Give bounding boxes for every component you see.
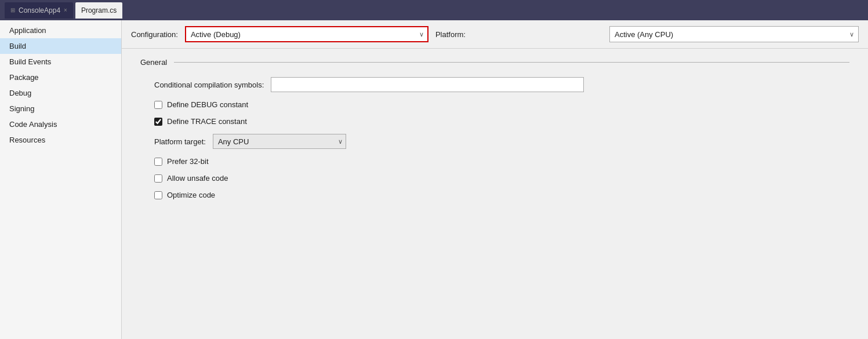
sidebar-item-signing[interactable]: Signing [0,101,121,116]
sidebar: Application Build Build Events Package D… [0,20,122,339]
configuration-select[interactable]: Active (Debug) Debug Release All Configu… [185,26,428,42]
allow-unsafe-row: Allow unsafe code [140,174,849,183]
conditional-symbols-row: Conditional compilation symbols: [140,77,849,92]
prefer-32bit-row: Prefer 32-bit [140,157,849,166]
sidebar-item-code-analysis[interactable]: Code Analysis [0,116,121,132]
tab-program-cs-label: Program.cs [81,6,117,14]
prefer-32bit-label[interactable]: Prefer 32-bit [167,157,209,166]
platform-select[interactable]: Active (Any CPU) Any CPU x86 x64 [609,26,859,42]
sidebar-item-package[interactable]: Package [0,70,121,85]
general-section-header: General [140,58,849,67]
define-trace-row: Define TRACE constant [140,117,849,126]
sidebar-item-resources[interactable]: Resources [0,132,121,148]
sidebar-item-build[interactable]: Build [0,38,121,54]
platform-select-wrapper: Active (Any CPU) Any CPU x86 x64 ∨ [609,26,859,42]
platform-target-select[interactable]: Any CPU x86 x64 ARM [213,134,346,149]
general-section-title: General [140,58,167,67]
content-area: Configuration: Active (Debug) Debug Rele… [122,20,868,339]
conditional-symbols-input[interactable] [271,77,584,92]
sidebar-item-application[interactable]: Application [0,23,121,38]
tab-consoleapp4[interactable]: ⊞ ConsoleApp4 × [5,2,73,19]
sidebar-item-build-events[interactable]: Build Events [0,54,121,70]
define-trace-label[interactable]: Define TRACE constant [167,117,247,126]
platform-label: Platform: [435,30,466,39]
config-bar: Configuration: Active (Debug) Debug Rele… [122,20,868,49]
tab-pin-icon: ⊞ [10,7,15,13]
optimize-code-checkbox[interactable] [154,191,162,199]
optimize-code-label[interactable]: Optimize code [167,191,215,199]
content-inner: General Conditional compilation symbols:… [122,49,868,217]
optimize-code-row: Optimize code [140,191,849,199]
configuration-label: Configuration: [131,30,178,39]
platform-target-row: Platform target: Any CPU x86 x64 ARM ∨ [140,134,849,149]
define-trace-checkbox[interactable] [154,118,162,126]
allow-unsafe-checkbox[interactable] [154,174,162,183]
tab-close-icon[interactable]: × [64,7,67,13]
platform-target-select-wrapper: Any CPU x86 x64 ARM ∨ [213,134,346,149]
platform-target-label: Platform target: [154,137,206,146]
allow-unsafe-label[interactable]: Allow unsafe code [167,174,228,183]
tab-program-cs[interactable]: Program.cs [75,2,122,19]
main-layout: Application Build Build Events Package D… [0,20,868,339]
title-bar: ⊞ ConsoleApp4 × Program.cs [0,0,868,20]
tab-consoleapp4-label: ConsoleApp4 [19,6,60,14]
prefer-32bit-checkbox[interactable] [154,158,162,166]
general-section-line [174,62,849,63]
sidebar-item-debug[interactable]: Debug [0,85,121,101]
define-debug-checkbox[interactable] [154,101,162,109]
configuration-select-wrapper: Active (Debug) Debug Release All Configu… [185,26,428,42]
define-debug-row: Define DEBUG constant [140,100,849,109]
conditional-symbols-label: Conditional compilation symbols: [154,81,264,89]
define-debug-label[interactable]: Define DEBUG constant [167,100,248,109]
